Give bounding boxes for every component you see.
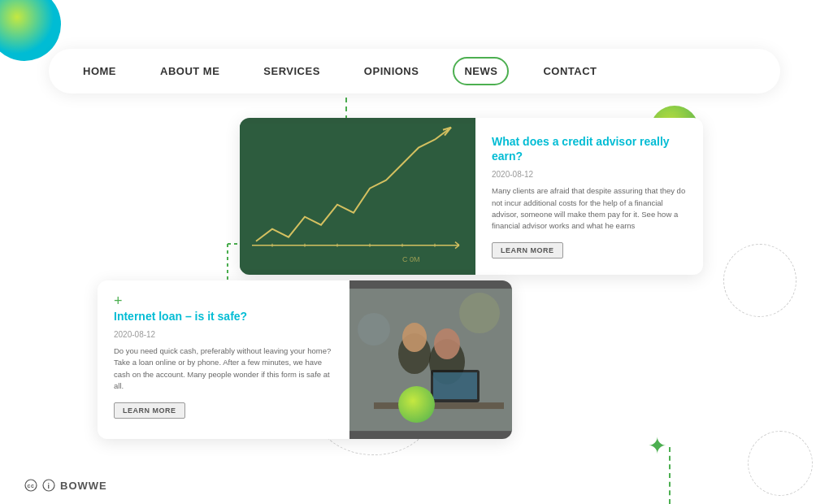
nav-opinions[interactable]: OPINIONS — [354, 59, 429, 84]
svg-point-30 — [358, 313, 390, 345]
card-loan-learn-more[interactable]: LEARN MORE — [114, 402, 185, 419]
svg-point-29 — [459, 293, 500, 333]
star-decoration: ✦ — [648, 432, 666, 459]
decorative-ring-right — [723, 244, 796, 317]
nav-contact[interactable]: CONTACT — [533, 59, 606, 84]
svg-point-23 — [402, 323, 427, 352]
nav-services[interactable]: SERVICES — [254, 59, 330, 84]
cc-icon: c c — [24, 479, 37, 492]
card-credit-text: Many clients are afraid that despite ass… — [492, 185, 687, 232]
navigation: HOME ABOUT ME SERVICES OPINIONS NEWS CON… — [49, 49, 780, 93]
credit-chart-svg: C 0M — [240, 118, 475, 275]
svg-text:C 0M: C 0M — [402, 255, 420, 263]
card-credit-title: What does a credit advisor really earn? — [492, 134, 687, 163]
nav-news[interactable]: NEWS — [453, 57, 509, 85]
card-credit-learn-more[interactable]: LEARN MORE — [492, 242, 563, 259]
card-loan-plus-icon: + — [114, 293, 123, 310]
nav-about[interactable]: ABOUT ME — [150, 59, 229, 84]
svg-text:c: c — [31, 483, 34, 489]
info-icon: i — [42, 479, 55, 492]
svg-point-25 — [434, 328, 460, 359]
brand-name: BOWWE — [60, 480, 107, 492]
footer: c c i BOWWE — [24, 479, 107, 492]
svg-text:c: c — [28, 483, 31, 489]
svg-text:i: i — [48, 482, 50, 490]
card-loan-title: Internet loan – is it safe? — [114, 309, 333, 324]
svg-rect-28 — [374, 402, 504, 409]
svg-point-0 — [0, 0, 61, 61]
card-loan-content: + Internet loan – is it safe? 2020-08-12… — [98, 280, 349, 439]
card-credit-image: C 0M — [240, 118, 475, 275]
card-loan-date: 2020-08-12 — [114, 330, 333, 339]
card-credit-content: What does a credit advisor really earn? … — [475, 118, 703, 275]
decorative-circle-bottom — [398, 386, 435, 423]
card-internet-loan: + Internet loan – is it safe? 2020-08-12… — [98, 280, 512, 439]
card-loan-text: Do you need quick cash, preferably witho… — [114, 345, 333, 392]
svg-rect-27 — [433, 372, 477, 399]
nav-home[interactable]: HOME — [73, 59, 126, 84]
vertical-dashed-line-bottom — [669, 447, 671, 504]
decorative-ring-bottom-right — [748, 431, 813, 496]
svg-rect-6 — [240, 124, 475, 270]
card-credit-date: 2020-08-12 — [492, 170, 687, 179]
card-credit-advisor: C 0M What does a credit advisor really e… — [240, 118, 703, 275]
